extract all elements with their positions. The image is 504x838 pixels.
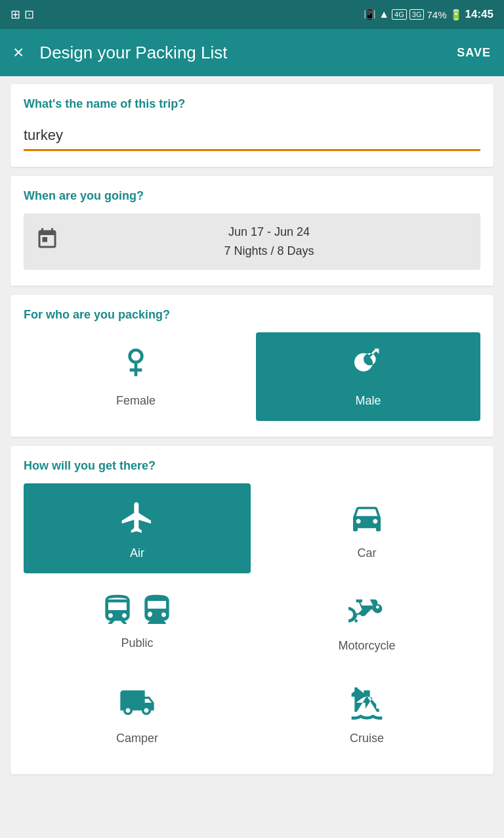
car-label: Car <box>357 546 376 560</box>
app-icon-2: ⊡ <box>24 7 34 22</box>
battery-percent: 74% <box>427 9 446 20</box>
public-icon <box>99 592 175 628</box>
date-picker[interactable]: Jun 17 - Jun 24 7 Nights / 8 Days <box>24 213 480 270</box>
trip-name-card: What's the name of this trip? <box>10 84 494 167</box>
male-icon <box>350 345 387 387</box>
signal-4g: 4G <box>392 9 407 20</box>
car-icon <box>348 499 385 539</box>
date-range: Jun 17 - Jun 24 <box>228 223 310 242</box>
cruise-label: Cruise <box>350 732 384 745</box>
trip-name-question: What's the name of this trip? <box>24 97 480 111</box>
camper-icon <box>119 684 156 724</box>
wifi-icon: ▲ <box>379 9 389 20</box>
content-area: What's the name of this trip? When are y… <box>0 76 504 782</box>
air-label: Air <box>130 546 144 560</box>
page-title: Design your Packing List <box>39 43 457 63</box>
trip-name-input[interactable] <box>24 121 480 151</box>
date-question: When are you going? <box>24 189 480 203</box>
status-bar: ⊞ ⊡ 📳 ▲ 4G 3G 74% 🔋 14:45 <box>0 0 504 29</box>
transport-car-button[interactable]: Car <box>253 483 480 573</box>
status-bar-left: ⊞ ⊡ <box>10 7 34 22</box>
motorcycle-label: Motorcycle <box>338 639 395 653</box>
cruise-icon <box>348 684 385 724</box>
transport-public-button[interactable]: Public <box>24 576 251 666</box>
transport-options: Air Car <box>24 483 480 759</box>
signal-3g: 3G <box>410 9 425 20</box>
transport-card: How will you get there? Air Car <box>10 446 494 774</box>
public-label: Public <box>121 636 153 650</box>
male-label: Male <box>355 394 381 408</box>
time-display: 14:45 <box>465 8 494 21</box>
gender-question: For who are you packing? <box>24 308 480 322</box>
status-bar-right: 📳 ▲ 4G 3G 74% 🔋 14:45 <box>364 8 494 21</box>
female-label: Female <box>116 394 156 408</box>
battery-icon: 🔋 <box>450 9 463 21</box>
date-duration: 7 Nights / 8 Days <box>224 242 314 261</box>
vibrate-icon: 📳 <box>364 9 376 20</box>
gender-card: For who are you packing? Female Male <box>10 295 494 437</box>
camper-label: Camper <box>116 732 158 745</box>
female-icon <box>117 345 154 387</box>
transport-question: How will you get there? <box>24 459 480 473</box>
motorcycle-icon <box>348 592 385 631</box>
gender-male-button[interactable]: Male <box>256 332 480 421</box>
air-icon <box>119 499 156 539</box>
date-card: When are you going? Jun 17 - Jun 24 7 Ni… <box>10 176 494 286</box>
gender-female-button[interactable]: Female <box>24 332 248 421</box>
calendar-icon <box>35 227 59 256</box>
app-icon-1: ⊞ <box>10 7 20 22</box>
close-button[interactable]: × <box>13 42 24 63</box>
transport-motorcycle-button[interactable]: Motorcycle <box>253 576 480 666</box>
date-range-display: Jun 17 - Jun 24 7 Nights / 8 Days <box>70 223 469 261</box>
transport-camper-button[interactable]: Camper <box>24 669 251 759</box>
save-button[interactable]: SAVE <box>457 46 491 60</box>
app-bar: × Design your Packing List SAVE <box>0 29 504 76</box>
transport-cruise-button[interactable]: Cruise <box>253 669 480 759</box>
gender-options: Female Male <box>24 332 480 421</box>
transport-air-button[interactable]: Air <box>24 483 251 573</box>
